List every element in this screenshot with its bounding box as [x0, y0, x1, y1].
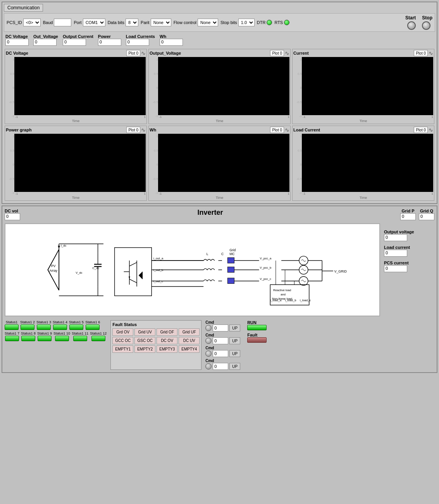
start-button[interactable]: Start — [405, 15, 416, 21]
port-select[interactable]: COM1 — [83, 19, 105, 26]
load-current-value: 0 — [384, 250, 407, 257]
fault-btn-7[interactable]: DC UV — [179, 337, 200, 344]
status-led-0-0 — [5, 324, 19, 330]
fault-btn-6[interactable]: DC OV — [157, 337, 177, 344]
x-axis-0: -11 — [14, 115, 146, 119]
fault-btn-4[interactable]: GCC OC — [112, 337, 133, 344]
pcs-id-select[interactable]: <0> — [23, 19, 41, 26]
dtr-led — [267, 20, 272, 25]
status-item-0-4: Status1 5 — [69, 320, 84, 330]
chart-canvas-4 — [158, 134, 289, 192]
wh-value: 0 — [160, 39, 183, 46]
cmd-up-btn-3[interactable]: UP — [229, 363, 240, 370]
cmd-knob-2[interactable] — [205, 350, 212, 357]
x-axis-5: -11 — [302, 192, 433, 195]
output-current-value: 0 — [63, 39, 86, 46]
bottom-controls: Status1 Status1 2 Status1 3 Status1 4 St… — [5, 320, 434, 370]
status-item-0-5: Status1 6 — [85, 320, 100, 330]
data-bits-select[interactable]: 8 — [126, 19, 138, 26]
baud-label: Baud — [43, 20, 53, 25]
chart-wrapper-5: 10.50-0.5-1 -11 Time — [293, 134, 433, 200]
stop-knob[interactable] — [422, 21, 430, 30]
bottom-top-row: DC vol 0 Inverter Grid P 0 Grid Q 0 — [5, 209, 434, 220]
wave-icon-4: ∿ — [285, 127, 289, 133]
status-led-1-1 — [21, 336, 35, 341]
cmd-up-btn-2[interactable]: UP — [229, 350, 240, 357]
comm-tab[interactable]: Communication — [4, 4, 43, 12]
chart-title-2: Current — [293, 51, 309, 55]
fault-btn-5[interactable]: GSC OC — [134, 337, 155, 344]
chart-controls-5: Plot 0 ∿ — [414, 127, 433, 133]
y-axis-0: 10.50-0.5-1 — [6, 57, 14, 119]
status-label-0-1: Status1 2 — [20, 320, 35, 324]
fault-btn-10[interactable]: EMPTY3 — [157, 345, 177, 353]
cmd-label-2: Cmd — [205, 346, 240, 350]
load-currents-label: Load Currents — [126, 34, 155, 39]
svg-text:i_out_a: i_out_a — [153, 257, 164, 260]
plot-btn-3[interactable]: Plot 0 — [126, 127, 140, 133]
status-label-0-4: Status1 5 — [69, 320, 84, 324]
start-stop-labels: Start Stop — [405, 15, 432, 21]
dc-voltage-metric: DC Voltage 0 — [5, 34, 29, 46]
status-led-0-3 — [53, 324, 67, 330]
cmd-input-3[interactable] — [213, 363, 228, 370]
chart-canvas-5 — [302, 134, 433, 192]
fault-btn-9[interactable]: EMPTY2 — [134, 345, 155, 353]
chart-controls-1: Plot 0 ∿ — [270, 50, 289, 56]
chart-wrapper-1: 10.50-0.5-1 -11 Time — [150, 57, 289, 123]
output-current-label: Output Current — [63, 34, 93, 39]
dc-voltage-value: 0 — [5, 39, 29, 46]
cmd-up-btn-0[interactable]: UP — [229, 324, 240, 331]
status-label-0-3: Status1 4 — [53, 320, 67, 324]
status-item-0-1: Status1 2 — [20, 320, 35, 330]
chart-header-0: DC Voltage Plot 0 ∿ — [6, 50, 146, 56]
plot-btn-5[interactable]: Plot 0 — [414, 127, 428, 133]
fault-btn-8[interactable]: EMPTY1 — [112, 345, 133, 353]
fault-btn-1[interactable]: Grid UV — [134, 328, 155, 336]
cmd-input-1[interactable] — [213, 337, 228, 344]
stop-button[interactable]: Stop — [422, 15, 432, 21]
chart-title-3: Power graph — [6, 128, 32, 132]
cmd-up-btn-1[interactable]: UP — [229, 337, 240, 344]
status-label-1-1: Status1 8 — [21, 331, 36, 335]
dc-vol-value: 0 — [5, 213, 20, 220]
flow-control-select[interactable]: None — [198, 19, 218, 26]
cmd-knob-3[interactable] — [205, 363, 212, 369]
status-item-1-1: Status1 8 — [21, 331, 36, 341]
chart-controls-0: Plot 0 ∿ — [126, 50, 146, 56]
baud-input[interactable]: 3840 — [54, 19, 71, 26]
chart-wrapper-2: 10.50-0.5-1 -11 Time — [293, 57, 433, 123]
cmd-input-row-3: UP — [205, 363, 240, 370]
plot-btn-4[interactable]: Plot 0 — [270, 127, 284, 133]
status-led-1-0 — [5, 336, 19, 341]
fault-btn-3[interactable]: Grid UF — [179, 328, 200, 336]
pcs-id-group: PCS_ID <0> — [7, 19, 41, 26]
cmd-knob-1[interactable] — [205, 338, 212, 344]
start-knob[interactable] — [407, 21, 416, 30]
stop-bits-select[interactable]: 1.0 — [238, 19, 255, 26]
plot-btn-1[interactable]: Plot 0 — [270, 50, 284, 56]
status-label-1-0: Status1 7 — [5, 331, 19, 335]
status-label-1-2: Status1 9 — [37, 331, 52, 335]
plot-btn-0[interactable]: Plot 0 — [126, 50, 140, 56]
svg-text:V_GRID: V_GRID — [334, 269, 347, 273]
chart-box-3: Power graph Plot 0 ∿ 10.50-0.5-1 -11 Tim… — [5, 126, 147, 201]
top-panel: Communication PCS_ID <0> Baud 3840 Port … — [2, 2, 437, 204]
status-label-0-0: Status1 — [6, 320, 18, 324]
cmd-row-1: Cmd UP — [205, 333, 240, 344]
baud-group: Baud 3840 — [43, 19, 72, 26]
out-voltage-value: 0 — [33, 39, 57, 46]
plot-btn-2[interactable]: Plot 0 — [414, 50, 428, 56]
x-label-1: Time — [150, 119, 289, 123]
fault-section: Fault Status Grd OVGrid UVGrid OFGrid UF… — [110, 320, 201, 370]
cmd-input-2[interactable] — [213, 350, 228, 357]
fault-label: Fault — [247, 333, 267, 337]
chart-controls-2: Plot 0 ∿ — [414, 50, 433, 56]
fault-btn-0[interactable]: Grd OV — [112, 328, 133, 336]
chart-header-2: Current Plot 0 ∿ — [293, 50, 433, 56]
fault-btn-11[interactable]: EMPTY4 — [179, 345, 200, 353]
parity-select[interactable]: None — [151, 19, 171, 26]
cmd-input-0[interactable] — [213, 324, 228, 331]
cmd-knob-0[interactable] — [205, 325, 212, 331]
fault-btn-2[interactable]: Grid OF — [157, 328, 177, 336]
